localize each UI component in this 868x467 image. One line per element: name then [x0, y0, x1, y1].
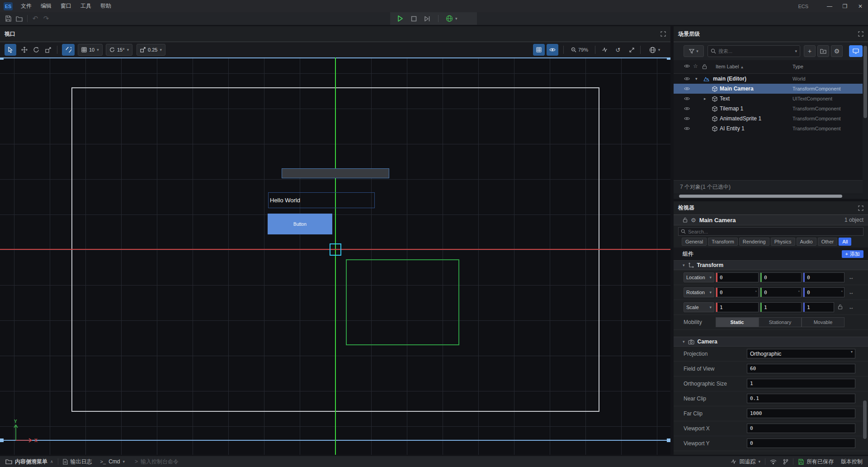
move-tool-button[interactable] [19, 44, 30, 56]
rotation-y-field[interactable]: ° [760, 287, 802, 297]
output-log-button[interactable]: 输出日志 [63, 458, 92, 466]
tree-row-text[interactable]: ▸ Text UITextComponent [674, 94, 868, 104]
reset-view-icon[interactable]: ↺ [613, 44, 623, 56]
scrollbar-thumb[interactable] [863, 400, 867, 439]
grid-toggle-button[interactable] [533, 44, 545, 56]
settings-button[interactable]: ⚙ [831, 45, 843, 57]
eye-icon[interactable] [684, 116, 690, 121]
scale-tool-button[interactable] [42, 44, 54, 56]
hierarchy-search-input[interactable] [718, 48, 793, 54]
tab-physics[interactable]: Physics [771, 238, 795, 246]
zoom-level-control[interactable]: 79% [568, 44, 591, 56]
hierarchy-hscrollbar[interactable] [674, 194, 863, 199]
add-component-button[interactable]: + 添加 [842, 250, 863, 258]
mobility-static[interactable]: Static [716, 317, 759, 327]
ortho-size-input[interactable] [747, 379, 855, 388]
stop-button[interactable] [411, 16, 417, 22]
tab-rendering[interactable]: Rendering [739, 238, 769, 246]
favorite-column-icon[interactable]: ☆ [693, 63, 698, 69]
menu-help[interactable]: 帮助 [96, 2, 116, 10]
guide-handle[interactable] [667, 438, 670, 442]
fov-input[interactable] [747, 364, 855, 373]
link-values-icon[interactable]: ↔ [849, 274, 854, 281]
tab-general[interactable]: General [682, 238, 707, 246]
visibility-column-icon[interactable] [684, 64, 690, 68]
eye-icon[interactable] [684, 126, 690, 131]
rotation-z-field[interactable]: ° [803, 287, 844, 297]
viewport-y-input[interactable] [747, 438, 855, 448]
viewport-x-input[interactable] [747, 424, 855, 433]
view-mode-dropdown[interactable]: ▾ [645, 44, 665, 56]
redo-icon[interactable]: ↷ [42, 14, 51, 23]
camera-section-header[interactable]: ▾ Camera [674, 337, 868, 347]
scale-y-field[interactable] [760, 302, 802, 312]
guide-handle[interactable] [0, 57, 4, 60]
ui-button-element[interactable]: Button [268, 214, 332, 234]
add-entity-button[interactable]: + [804, 45, 816, 57]
guide-handle[interactable] [667, 57, 670, 60]
type-column[interactable]: Type [793, 64, 803, 69]
scale-x-field[interactable] [716, 302, 759, 312]
stats-icon[interactable] [599, 44, 609, 56]
close-button[interactable]: ✕ [853, 0, 868, 12]
scene-canvas[interactable]: Hello World Button Y X [0, 57, 670, 455]
lock-column-icon[interactable] [702, 64, 707, 69]
run-target-dropdown[interactable]: ▾ [446, 15, 458, 22]
scrollbar-thumb[interactable] [863, 46, 867, 118]
menu-edit[interactable]: 编辑 [36, 2, 56, 10]
network-status-icon[interactable] [770, 459, 777, 464]
inspector-search-input[interactable] [688, 229, 861, 234]
guide-handle[interactable] [0, 438, 4, 442]
rotate-tool-button[interactable] [30, 44, 42, 56]
uniform-scale-lock-icon[interactable] [838, 304, 843, 310]
all-saved-status[interactable]: 所有已保存 [798, 458, 834, 466]
ui-text-element[interactable]: Hello World [268, 192, 375, 208]
expand-panel-icon[interactable] [858, 205, 863, 211]
scrollbar-thumb[interactable] [679, 195, 842, 198]
location-prop-dropdown[interactable]: Location▾ [684, 272, 714, 282]
location-x-field[interactable] [716, 272, 759, 282]
snap-tool-button[interactable] [62, 44, 75, 56]
ui-slider-element[interactable] [282, 168, 389, 178]
maximize-button[interactable]: ❐ [837, 0, 853, 12]
tab-audio[interactable]: Audio [797, 238, 816, 246]
item-label-column[interactable]: Item Label ▲ [716, 64, 744, 69]
version-control-button[interactable]: 版本控制 [841, 458, 863, 466]
inspector-vscrollbar[interactable] [863, 217, 867, 455]
far-clip-input[interactable] [747, 409, 855, 418]
chevron-right-icon[interactable]: ▸ [704, 96, 706, 101]
selected-camera-gizmo[interactable] [330, 243, 341, 256]
fullscreen-icon[interactable] [627, 44, 637, 56]
tree-row-tilemap[interactable]: Tilemap 1 TransformComponent [674, 104, 868, 114]
content-drawer-button[interactable]: 内容侧滑菜单 ∧ [5, 458, 53, 466]
object-gear-icon[interactable]: ⚙ [691, 217, 696, 224]
inspector-search[interactable] [678, 227, 863, 236]
step-button[interactable] [424, 16, 431, 22]
tab-all[interactable]: All [839, 238, 851, 246]
tree-row-main[interactable]: ▾ main (Editor) World [674, 74, 868, 84]
cmd-dropdown[interactable]: >_ Cmd ▾ [100, 458, 125, 465]
chevron-down-icon[interactable]: ▾ [695, 76, 698, 81]
hierarchy-search[interactable]: ▾ [708, 45, 800, 57]
eye-icon[interactable] [684, 106, 690, 111]
menu-file[interactable]: 文件 [16, 2, 36, 10]
open-folder-icon[interactable] [14, 14, 24, 23]
eye-icon[interactable] [684, 76, 690, 81]
save-icon[interactable] [4, 14, 13, 23]
version-branch-icon[interactable] [783, 459, 788, 465]
play-button[interactable] [396, 15, 404, 22]
tree-row-animatedsprite[interactable]: AnimatedSprite 1 TransformComponent [674, 114, 868, 124]
filter-dropdown[interactable]: ▾ [684, 45, 704, 57]
tree-row-ai-entity[interactable]: AI Entity 1 TransformComponent [674, 124, 868, 133]
eye-icon[interactable] [684, 86, 690, 91]
scale-prop-dropdown[interactable]: Scale▾ [684, 302, 714, 312]
rotate-snap-dropdown[interactable]: 15° ▾ [106, 44, 132, 56]
scale-snap-dropdown[interactable]: 0.25 ▾ [137, 44, 165, 56]
tree-row-main-camera[interactable]: Main Camera TransformComponent [674, 84, 868, 94]
projection-select[interactable]: Orthographic [747, 349, 855, 358]
new-folder-button[interactable] [817, 45, 829, 57]
menu-tools[interactable]: 工具 [76, 2, 96, 10]
minimize-button[interactable]: — [822, 0, 837, 12]
transform-section-header[interactable]: ▾ Transform [674, 260, 868, 270]
grid-snap-dropdown[interactable]: 10 ▾ [78, 44, 103, 56]
